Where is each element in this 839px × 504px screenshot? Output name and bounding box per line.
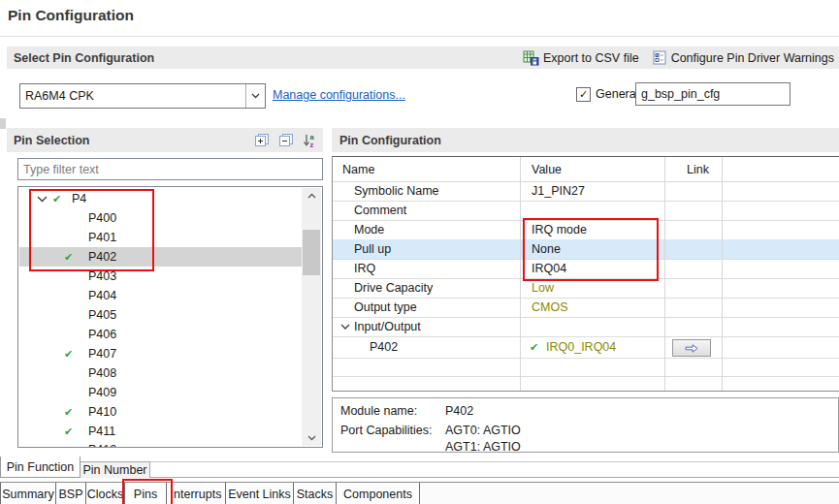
tree-item-p412[interactable]: ✔ P412 — [19, 440, 302, 448]
pin-configuration-view: Pin Configuration Select Pin Configurati… — [0, 0, 839, 504]
tree-item-p402[interactable]: ✔ P402 — [19, 247, 302, 267]
tab-label: Summary — [2, 488, 53, 501]
tree-item-p400[interactable]: P400 — [19, 208, 302, 228]
tree-item-label: P410 — [88, 405, 116, 419]
row-name: Input/Output — [354, 320, 421, 333]
collapse-all-button[interactable] — [278, 133, 294, 147]
tab-pin-number[interactable]: Pin Number — [80, 461, 150, 478]
tab-summary[interactable]: Summary — [0, 483, 56, 504]
tab-components[interactable]: Components — [337, 483, 420, 504]
tab-event-links[interactable]: Event Links — [226, 483, 294, 504]
export-csv-button[interactable]: Export to CSV file — [523, 50, 639, 66]
property-row-input-output[interactable]: Input/Output — [333, 317, 839, 337]
tab-pins[interactable]: Pins — [125, 483, 167, 504]
property-row-mode[interactable]: Mode IRQ mode — [333, 220, 839, 240]
property-row-irq[interactable]: IRQ IRQ04 — [333, 259, 839, 279]
tab-pin-function[interactable]: Pin Function — [0, 457, 81, 478]
property-row-p402[interactable]: P402 ✔ IRQ0_IRQ04 — [333, 336, 839, 359]
tree-scrollbar[interactable] — [302, 188, 321, 446]
generate-data-input[interactable] — [635, 82, 791, 106]
row-name: Drive Capacity — [354, 281, 433, 295]
tree-item-p410[interactable]: ✔ P410 — [19, 402, 302, 422]
port-capabilities-label: Port Capabilities: — [340, 424, 445, 437]
module-name-value: P402 — [445, 404, 473, 418]
property-row-symbolic-name[interactable]: Symbolic Name J1_PIN27 — [333, 181, 839, 202]
sort-az-icon: a z — [303, 133, 317, 147]
property-row-output-type[interactable]: Output type CMOS — [333, 298, 839, 318]
expand-all-button[interactable] — [254, 133, 270, 147]
tree-item-label: P400 — [88, 211, 116, 225]
tree-item-label: P411 — [88, 425, 115, 438]
column-header-value[interactable]: Value — [532, 163, 562, 176]
tree-item-p405[interactable]: P405 — [19, 305, 302, 325]
tree-item-p403[interactable]: P403 — [19, 267, 302, 286]
pin-selection-banner: Pin Selection a z — [7, 128, 323, 152]
row-name: IRQ — [354, 262, 375, 275]
tab-label: Pin Function — [7, 460, 74, 474]
properties-table: Name Value Link Symbolic Name J1_PIN27 C… — [332, 156, 839, 392]
row-value: J1_PIN27 — [532, 184, 585, 198]
sort-az-button[interactable]: a z — [303, 133, 317, 147]
row-name: Symbolic Name — [354, 184, 439, 198]
pin-configuration-header: Pin Configuration — [339, 134, 441, 147]
tab-stacks[interactable]: Stacks — [294, 483, 337, 504]
configuration-select[interactable]: RA6M4 CPK — [19, 83, 266, 109]
tab-label: Event Links — [228, 488, 291, 501]
scrollbar-fragment — [0, 118, 6, 129]
pin-selection-header: Pin Selection — [14, 134, 90, 147]
tree-item-label: P4 — [72, 192, 86, 205]
tree-item-p408[interactable]: P408 — [19, 363, 302, 383]
column-header-link[interactable]: Link — [687, 163, 709, 176]
scroll-down-icon[interactable] — [302, 430, 321, 446]
scrollbar-thumb[interactable] — [303, 230, 320, 275]
tree-item-p406[interactable]: P406 — [19, 325, 302, 344]
property-row-pull-up[interactable]: Pull up None — [333, 239, 839, 260]
tree-item-p4[interactable]: ✔ P4 — [19, 189, 302, 208]
tab-bsp[interactable]: BSP — [56, 483, 86, 504]
tree-item-p407[interactable]: ✔ P407 — [19, 344, 302, 363]
property-row-drive-capacity[interactable]: Drive Capacity Low — [333, 278, 839, 299]
title-separator — [0, 36, 839, 37]
tab-label: Components — [343, 488, 412, 501]
row-value: Low — [532, 281, 554, 295]
chevron-down-icon — [245, 84, 265, 108]
tree-item-label: P401 — [88, 231, 116, 244]
tree-item-label: P403 — [88, 269, 116, 283]
tab-label: Pins — [134, 488, 157, 501]
row-value: IRQ0_IRQ04 — [546, 340, 616, 354]
row-name: Output type — [354, 300, 417, 314]
tree-item-p404[interactable]: P404 — [19, 286, 302, 305]
tab-label: Pin Number — [83, 463, 147, 477]
filter-input[interactable] — [17, 158, 323, 180]
tree-item-label: P408 — [88, 366, 116, 380]
tree-item-p409[interactable]: P409 — [19, 383, 302, 402]
configure-warnings-label: Configure Pin Driver Warnings — [671, 51, 834, 65]
tree-item-p401[interactable]: P401 — [19, 228, 302, 247]
link-button[interactable] — [672, 339, 711, 357]
tree-item-p411[interactable]: ✔ P411 — [19, 422, 302, 441]
table-header-row: Name Value Link — [333, 157, 839, 182]
arrow-right-icon — [685, 344, 698, 353]
chevron-down-icon[interactable] — [340, 324, 350, 331]
configuration-select-value: RA6M4 CPK — [20, 89, 245, 103]
row-name: Pull up — [354, 242, 391, 256]
tab-interrupts[interactable]: Interrupts — [167, 483, 226, 504]
row-value: CMOS — [532, 300, 568, 314]
manage-configurations-link[interactable]: Manage configurations... — [273, 88, 405, 102]
tab-label: BSP — [58, 488, 82, 501]
tree-item-label: P407 — [88, 347, 116, 361]
configure-warnings-button[interactable]: Configure Pin Driver Warnings — [653, 50, 834, 65]
check-icon: ✔ — [64, 252, 88, 263]
property-row-comment[interactable]: Comment — [333, 201, 839, 221]
column-divider — [722, 157, 723, 391]
column-divider — [520, 157, 521, 391]
tab-clocks[interactable]: Clocks — [86, 483, 125, 504]
tree-item-label: P405 — [88, 308, 116, 322]
chevron-down-icon[interactable] — [37, 196, 48, 203]
tree-item-label: P404 — [88, 289, 116, 302]
column-header-name[interactable]: Name — [342, 163, 374, 176]
generate-data-checkbox[interactable]: ✓ — [576, 87, 591, 102]
scroll-up-icon[interactable] — [302, 188, 321, 204]
tree-item-label: P409 — [88, 386, 116, 399]
row-name: Mode — [354, 223, 384, 236]
